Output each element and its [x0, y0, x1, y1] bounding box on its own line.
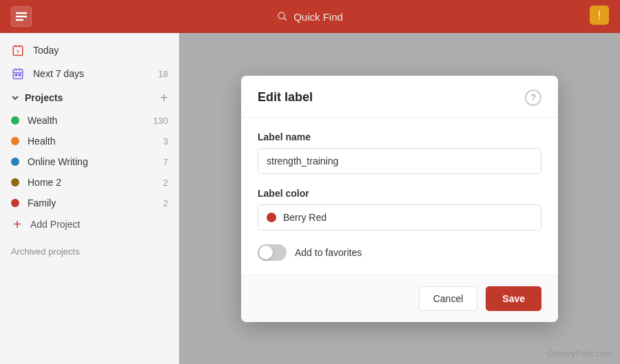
online-writing-count: 7 [163, 157, 168, 167]
health-label: Health [28, 136, 155, 147]
wealth-color-dot [11, 116, 19, 125]
home-label: Home 2 [28, 177, 155, 188]
sidebar-item-home[interactable]: Home 2 2 [0, 172, 179, 193]
sidebar-item-today[interactable]: 7 Today [0, 39, 179, 62]
family-count: 2 [163, 198, 168, 208]
label-color-group: Label color Berry Red [258, 188, 541, 231]
cancel-button[interactable]: Cancel [419, 286, 478, 311]
help-button[interactable]: ? [525, 89, 541, 106]
wealth-label: Wealth [28, 115, 145, 126]
add-project-icon[interactable]: + [160, 91, 168, 105]
family-label: Family [28, 197, 155, 208]
family-color-dot [11, 199, 19, 207]
sidebar-item-family[interactable]: Family 2 [0, 193, 179, 213]
next7-label: Next 7 days [33, 68, 150, 79]
projects-section-label: Projects [25, 92, 154, 103]
color-select-dropdown[interactable]: Berry Red [258, 204, 541, 231]
modal-body: Label name Label color Berry Red [241, 118, 558, 275]
quick-find-bar[interactable]: Quick Find [277, 11, 343, 23]
home-count: 2 [163, 178, 168, 188]
modal-header: Edit label ? [241, 76, 558, 118]
svg-text:7: 7 [17, 50, 19, 54]
edit-label-modal: Edit label ? Label name Label color [241, 76, 558, 322]
today-label: Today [33, 45, 168, 56]
modal-overlay: Edit label ? Label name Label color [179, 33, 620, 364]
archived-projects-label[interactable]: Archived projects [0, 235, 179, 262]
next7-count: 18 [158, 69, 168, 79]
svg-rect-17 [15, 74, 17, 76]
home-color-dot [11, 178, 19, 186]
app-logo[interactable] [11, 6, 32, 27]
content-area: Edit label ? Label name Label color [179, 33, 620, 364]
add-project-plus-icon: + [11, 218, 23, 231]
alert-icon[interactable]: ! [590, 6, 609, 28]
toggle-thumb [259, 246, 273, 259]
berry-red-dot [267, 213, 276, 222]
color-value-label: Berry Red [283, 212, 327, 223]
save-button[interactable]: Save [486, 286, 541, 311]
sidebar-item-next7[interactable]: Next 7 days 18 [0, 62, 179, 85]
svg-rect-18 [19, 74, 21, 76]
add-project-label: Add Project [30, 219, 80, 230]
svg-line-6 [284, 18, 287, 21]
today-icon: 7 [11, 43, 25, 57]
main-layout: 7 Today Next 7 days 18 [0, 33, 620, 364]
sidebar-item-online-writing[interactable]: Online Writing 7 [0, 151, 179, 172]
label-name-group: Label name [258, 131, 541, 174]
label-color-label: Label color [258, 188, 541, 199]
wealth-count: 130 [153, 116, 168, 126]
sidebar-item-wealth[interactable]: Wealth 130 [0, 110, 179, 131]
search-icon [277, 11, 288, 22]
sidebar-item-health[interactable]: Health 3 [0, 131, 179, 151]
label-name-label: Label name [258, 131, 541, 142]
help-icon: ? [530, 92, 535, 103]
health-color-dot [11, 137, 19, 145]
next7-icon [11, 67, 25, 81]
favorites-toggle[interactable] [258, 244, 287, 261]
online-writing-label: Online Writing [28, 156, 155, 167]
add-project-button[interactable]: + Add Project [0, 213, 179, 235]
chevron-down-icon [11, 94, 19, 102]
modal-title: Edit label [258, 90, 313, 105]
svg-text:!: ! [598, 10, 601, 21]
quick-find-label: Quick Find [293, 11, 343, 23]
projects-header[interactable]: Projects + [0, 85, 179, 110]
favorites-toggle-row: Add to favorites [258, 244, 541, 261]
topbar: Quick Find ! [0, 0, 620, 33]
online-writing-color-dot [11, 158, 19, 166]
svg-point-5 [278, 12, 285, 19]
modal-footer: Cancel Save [241, 275, 558, 322]
favorites-toggle-label: Add to favorites [295, 247, 362, 258]
sidebar: 7 Today Next 7 days 18 [0, 33, 179, 364]
health-count: 3 [163, 136, 168, 147]
svg-rect-13 [13, 69, 23, 79]
label-name-input[interactable] [258, 148, 541, 174]
